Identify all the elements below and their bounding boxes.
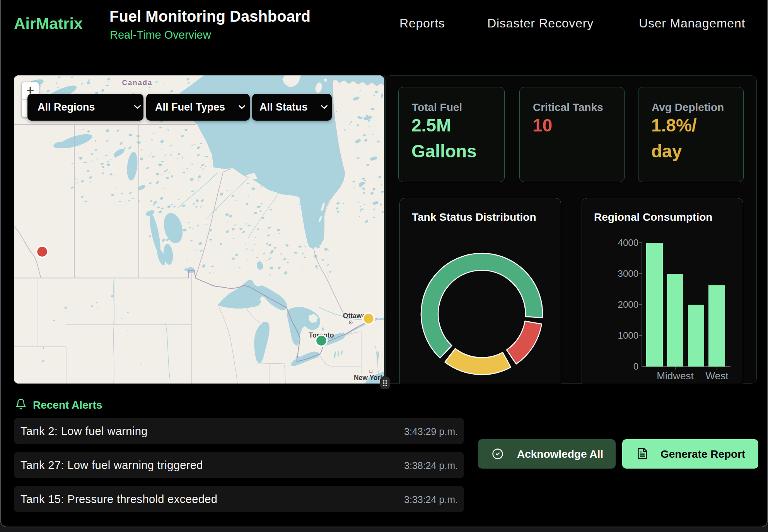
- svg-text:0: 0: [633, 361, 638, 372]
- svg-text:3000: 3000: [618, 268, 638, 279]
- svg-text:4000: 4000: [618, 237, 638, 248]
- svg-text:West: West: [706, 370, 729, 382]
- svg-text:Midwest: Midwest: [657, 370, 694, 382]
- svg-text:Canada: Canada: [122, 78, 153, 87]
- svg-text:Ottawa: Ottawa: [343, 312, 366, 320]
- svg-text:2000: 2000: [618, 299, 638, 310]
- svg-text:New York: New York: [354, 374, 384, 382]
- svg-text:1000: 1000: [618, 330, 638, 341]
